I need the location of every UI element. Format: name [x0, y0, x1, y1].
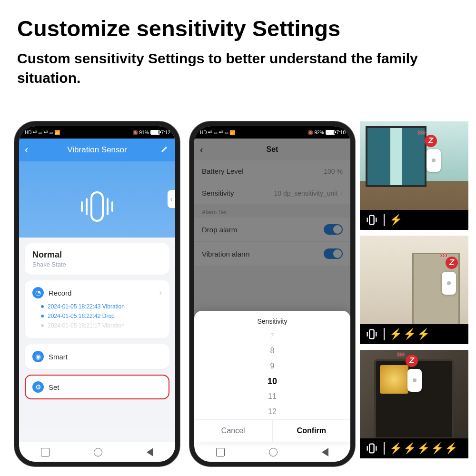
signal-icon: ›››	[440, 251, 447, 259]
status-card: Normal Shake State	[25, 243, 169, 275]
picker-option-selected[interactable]: 10	[194, 374, 350, 389]
picker-title: Sensitivity	[194, 311, 350, 328]
bolt-icon: ⚡	[431, 442, 444, 455]
sensor-device-icon	[442, 272, 456, 295]
zigbee-icon: Z	[406, 355, 418, 367]
nav-home-button[interactable]	[94, 448, 102, 456]
svg-rect-1	[369, 330, 374, 339]
phone-mock-settings: HD ⁴ᴳ ₐₗₗ ⁴ᴳ ₐₗₗ 📶 🔋 ℕ 🔵 ⚡ 🔕 92% 7:10 ‹ …	[189, 121, 355, 466]
svg-rect-0	[369, 216, 374, 225]
intensity-level-1: ⚡	[385, 214, 402, 226]
smart-card[interactable]: ◉ Smart	[25, 344, 169, 369]
status-time: 7:12	[161, 130, 170, 135]
vibration-icon	[81, 191, 113, 222]
phone-notch	[236, 126, 308, 138]
bolt-icon: ⚡	[417, 328, 430, 340]
record-item: 2024-01-05 18:21:17 Vibration	[41, 322, 162, 329]
vibration-small-icon	[360, 442, 384, 455]
record-item: 2024-01-05 18:22:42 Drop	[41, 313, 162, 319]
intensity-level-5: ⚡⚡⚡⚡⚡	[385, 442, 457, 455]
nav-recent-button[interactable]	[41, 448, 50, 456]
page-title: Customize sensitivity Settings	[0, 0, 476, 47]
record-item: 2024-01-05 18:22:43 Vibration	[41, 303, 162, 310]
bolt-icon: ⚡	[389, 328, 402, 340]
battery-icon	[326, 130, 335, 135]
vibration-small-icon	[360, 213, 384, 227]
zigbee-icon: Z	[425, 135, 437, 147]
status-title: Normal	[32, 250, 162, 260]
phone-mock-main: HD ⁴ᴳ ₐₗₗ ⁴ᴳ ₐₗₗ 📶 🔋 ℕ 🔵 ⚡ 🔕 91% 7:12 ‹ …	[14, 121, 180, 466]
set-card[interactable]: ⚙ Set	[25, 375, 169, 399]
picker-confirm-button[interactable]: Confirm	[273, 420, 351, 442]
set-label: Set	[49, 383, 162, 391]
status-battery-pct: 91%	[139, 130, 149, 135]
intensity-level-3: ⚡⚡⚡	[385, 328, 430, 340]
smart-icon: ◉	[32, 351, 44, 362]
picker-option[interactable]: 8	[194, 343, 350, 358]
nav-home-button[interactable]	[269, 448, 278, 456]
sensitivity-picker: Sensitivity 7 8 9 10 11 12 13 Cancel Con…	[194, 311, 350, 442]
android-nav-bar	[19, 442, 175, 462]
bolt-icon: ⚡	[417, 442, 430, 455]
header-title: Vibration Sensor	[67, 145, 127, 155]
gear-icon: ⚙	[32, 381, 44, 393]
nav-back-button[interactable]	[147, 448, 153, 456]
usecase-safe-tile: Z ››› ⚡⚡⚡⚡⚡	[360, 350, 468, 458]
bolt-icon: ⚡	[389, 442, 402, 455]
drawer-handle[interactable]: ‹	[168, 190, 175, 208]
phone-notch	[61, 126, 133, 138]
picker-wheel[interactable]: 7 8 9 10 11 12 13	[194, 328, 350, 419]
usecase-window-tile: Z ››› ⚡	[360, 121, 468, 230]
page-subtitle: Custom sensitivity Settings to better un…	[0, 47, 476, 98]
picker-option[interactable]: 12	[194, 404, 350, 419]
picker-option[interactable]: 11	[194, 389, 350, 404]
use-case-tiles: Z ››› ⚡ Z ››› ⚡⚡⚡	[360, 121, 468, 458]
sensor-device-icon	[407, 369, 422, 392]
status-time: 7:10	[337, 130, 346, 135]
android-nav-bar	[194, 442, 350, 462]
bolt-icon: ⚡	[403, 442, 416, 455]
app-header: ‹ Vibration Sensor	[19, 139, 175, 161]
status-battery-pct: 92%	[315, 130, 324, 135]
back-button[interactable]: ‹	[25, 144, 28, 156]
vibration-small-icon	[360, 327, 384, 341]
bolt-icon: ⚡	[445, 442, 457, 455]
nav-recent-button[interactable]	[216, 448, 225, 456]
signal-icon: ›››	[397, 350, 405, 358]
record-label: Record	[49, 289, 155, 297]
picker-cancel-button[interactable]: Cancel	[194, 420, 273, 442]
picker-option[interactable]: 7	[194, 328, 350, 343]
battery-icon	[150, 130, 160, 135]
sensor-device-icon	[426, 149, 441, 172]
picker-option[interactable]: 9	[194, 358, 350, 374]
status-subtitle: Shake State	[32, 261, 162, 268]
smart-label: Smart	[49, 353, 162, 361]
usecase-door-tile: Z ››› ⚡⚡⚡	[360, 236, 468, 344]
chevron-right-icon: ›	[159, 288, 162, 297]
svg-rect-2	[369, 444, 374, 453]
bolt-icon: ⚡	[389, 214, 402, 226]
bolt-icon: ⚡	[403, 328, 416, 340]
record-card[interactable]: ◔ Record › 2024-01-05 18:22:43 Vibration…	[25, 280, 169, 338]
record-list: 2024-01-05 18:22:43 Vibration 2024-01-05…	[41, 303, 162, 329]
nav-back-button[interactable]	[322, 448, 328, 456]
clock-icon: ◔	[32, 287, 44, 298]
edit-button[interactable]	[161, 145, 169, 155]
signal-icon: ›››	[418, 128, 426, 137]
